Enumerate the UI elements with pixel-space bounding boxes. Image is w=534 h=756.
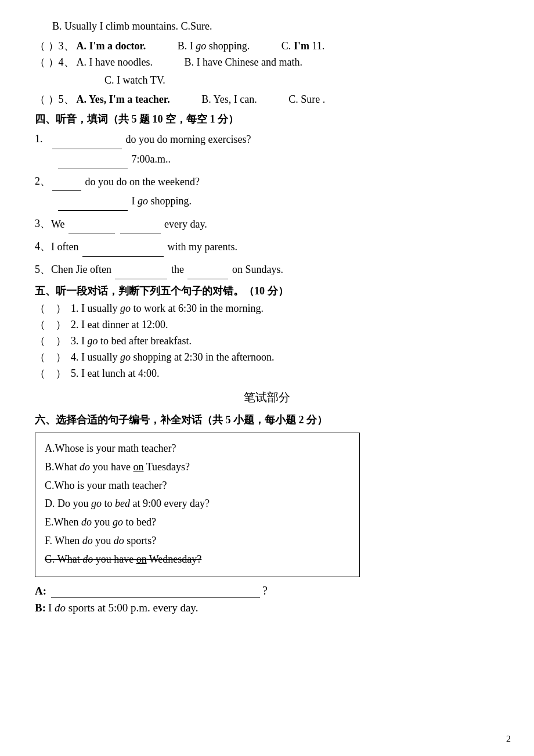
choice-B: B.What do you have on Tuesdays? [45, 459, 350, 476]
choice-D: D. Do you go to bed at 9:00 every day? [45, 495, 350, 512]
question-3: （ ）3、 A. I'm a doctor. B. I go shopping.… [35, 39, 499, 53]
section5-item4: （ ） 4. I usually go shopping at 2:30 in … [35, 350, 499, 364]
section5-item1: （ ） 1. I usually go to work at 6:30 in t… [35, 301, 499, 315]
section4-header: 四、听音，填词（共 5 题 10 空，每空 1 分） [35, 112, 499, 126]
section5-item3: （ ） 3. I go to bed after breakfast. [35, 334, 499, 348]
section4-item1: 1. do you do morning exercises? 7:00a.m.… [35, 129, 499, 168]
choice-C: C.Who is your math teacher? [45, 477, 350, 494]
page-number: 2 [506, 734, 511, 744]
section4-item5: 5、 Chen Jie often the on Sundays. [35, 260, 499, 279]
exam-page: B. Usually I climb mountains. C.Sure. （ … [35, 17, 499, 614]
choice-G: G. What do you have on Wednesday? [45, 551, 350, 568]
section5-item2: （ ） 2. I eat dinner at 12:00. [35, 318, 499, 332]
written-section-label: 笔试部分 [35, 387, 499, 407]
choice-A: A.Whose is your math teacher? [45, 440, 350, 457]
choice-options-box: A.Whose is your math teacher? B.What do … [35, 433, 360, 577]
section5-item5: （ ） 5. I eat lunch at 4:00. [35, 366, 499, 380]
question-4-c: C. I watch TV. [104, 71, 499, 89]
choice-F: F. When do you do sports? [45, 532, 350, 549]
section4-item4: 4、 I often with my parents. [35, 237, 499, 256]
question-5-listen: （ ）5、 A. Yes, I'm a teacher. B. Yes, I c… [35, 92, 499, 106]
choice-E: E.When do you go to bed? [45, 514, 350, 531]
section4-item2: 2、 do you do on the weekend? I go shoppi… [35, 172, 499, 211]
section4-item3: 3、 We every day. [35, 214, 499, 233]
header-line-b: B. Usually I climb mountains. C.Sure. [52, 17, 499, 35]
dialog-b-line: B: I do sports at 5:00 p.m. every day. [35, 602, 499, 614]
question-4: （ ）4、 A. I have noodles. B. I have Chine… [35, 55, 499, 69]
section6-header: 六、选择合适的句子编号，补全对话（共 5 小题，每小题 2 分） [35, 413, 499, 427]
section5-header: 五、听一段对话，判断下列五个句子的对错。（10 分） [35, 284, 499, 298]
dialog-a-line: A: ? [35, 584, 499, 598]
